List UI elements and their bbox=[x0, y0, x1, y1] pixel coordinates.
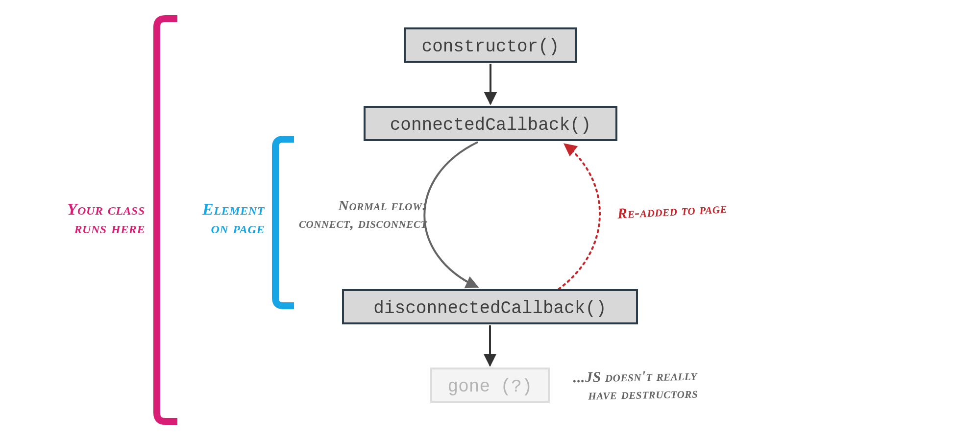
bracket-class-runs bbox=[157, 19, 177, 421]
node-disconnected-label: disconnectedCallback() bbox=[373, 298, 606, 318]
annotation-on-page: Element on page bbox=[202, 200, 265, 237]
annotation-readded: Re-added to page bbox=[616, 199, 728, 221]
svg-text:connect, disconnect: connect, disconnect bbox=[299, 215, 428, 231]
node-constructor-label: constructor() bbox=[422, 37, 560, 57]
svg-text:Element: Element bbox=[202, 200, 265, 218]
node-constructor: constructor() bbox=[405, 28, 576, 62]
node-disconnected: disconnectedCallback() bbox=[343, 290, 637, 323]
annotation-normal-flow: Normal flow: connect, disconnect bbox=[299, 197, 428, 231]
node-connected: connectedCallback() bbox=[365, 107, 616, 140]
node-connected-label: connectedCallback() bbox=[390, 115, 591, 135]
svg-text:runs here: runs here bbox=[74, 219, 145, 237]
node-gone-label: gone (?) bbox=[448, 377, 533, 397]
svg-text:...JS doesn't really: ...JS doesn't really bbox=[573, 367, 698, 385]
svg-text:Re-added to page: Re-added to page bbox=[616, 199, 728, 221]
svg-text:Normal flow:: Normal flow: bbox=[338, 197, 427, 213]
svg-text:Your class: Your class bbox=[67, 200, 145, 218]
bracket-on-page bbox=[275, 139, 294, 306]
annotation-class-runs: Your class runs here bbox=[67, 200, 145, 237]
svg-text:on page: on page bbox=[211, 219, 265, 237]
lifecycle-diagram: constructor() connectedCallback() discon… bbox=[0, 0, 980, 441]
svg-text:have destructors: have destructors bbox=[588, 385, 698, 403]
arrow-connected-to-disconnected bbox=[424, 142, 478, 287]
annotation-destructors: ...JS doesn't really have destructors bbox=[573, 367, 698, 403]
node-gone: gone (?) bbox=[431, 368, 549, 402]
arrow-readded bbox=[559, 144, 600, 289]
